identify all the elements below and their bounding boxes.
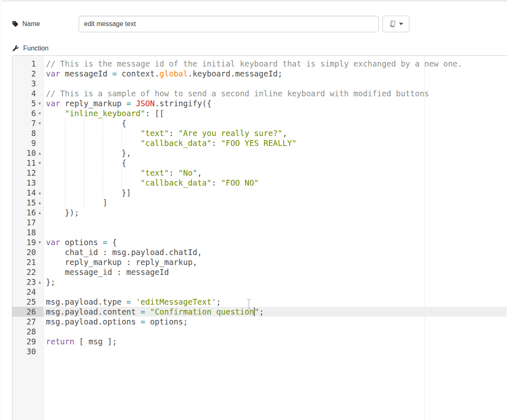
fold-up-icon[interactable]: ▴ — [37, 277, 43, 287]
code-line[interactable]: // This is the message id of the initial… — [44, 59, 507, 69]
name-input[interactable] — [79, 16, 379, 32]
code-area[interactable]: // This is the message id of the initial… — [44, 56, 507, 420]
code-token: " — [254, 307, 259, 316]
code-token: 'editMessageText' — [136, 297, 216, 306]
code-line[interactable]: }] — [44, 188, 507, 198]
code-token: }, — [46, 148, 131, 158]
gutter-line-number: 26 — [12, 307, 43, 317]
code-token — [46, 109, 65, 118]
code-line[interactable]: chat_id : msg.payload.chatId, — [44, 247, 507, 257]
code-token: chat_id : msg.payload.chatId, — [46, 248, 202, 257]
gutter-line-number: 27 — [12, 317, 43, 327]
code-token: "Confirmation question — [150, 307, 254, 316]
indent-guide — [103, 158, 103, 168]
gutter-line-number: 8 — [12, 128, 43, 138]
code-token: global — [160, 69, 188, 78]
code-line[interactable]: "text": "Are you really sure?", — [44, 128, 507, 138]
fold-up-icon[interactable]: ▴ — [37, 208, 43, 217]
code-line[interactable]: msg.payload.content = "Confirmation ques… — [44, 307, 507, 317]
code-line[interactable]: "callback_data": "FOO YES REALLY" — [44, 138, 507, 148]
gutter-line-number: 7▾ — [12, 118, 43, 128]
code-line[interactable]: ] — [44, 198, 507, 208]
indent-guide — [103, 178, 103, 188]
code-token: var — [46, 99, 60, 108]
code-token: reply_markup : reply_markup, — [46, 258, 197, 267]
code-token: ; — [259, 307, 264, 316]
indent-guide — [65, 188, 65, 198]
code-token — [46, 138, 141, 148]
code-token: messageId — [60, 69, 112, 78]
code-line[interactable] — [44, 287, 507, 297]
name-label: Name — [12, 16, 40, 32]
function-node-edit-panel: Name Function // This is the message id … — [0, 0, 507, 420]
code-token: .stringify({ — [155, 99, 211, 108]
line-number-gutter: 12345▾6▾7▾8910▴11▾121314▴15▴16▴171819▾20… — [12, 56, 44, 420]
code-line[interactable] — [44, 217, 507, 227]
code-line[interactable]: // This is a sample of how to send a sec… — [44, 88, 507, 98]
code-line[interactable] — [44, 346, 507, 356]
code-line[interactable] — [44, 79, 507, 88]
fold-down-icon[interactable]: ▾ — [37, 237, 43, 247]
indent-guide — [122, 138, 122, 148]
code-line[interactable]: return [ msg ]; — [44, 336, 507, 346]
code-line[interactable]: msg.payload.type = 'editMessageText'; — [44, 297, 507, 307]
panel-left-edge — [1, 1, 2, 420]
fold-down-icon[interactable]: ▾ — [37, 108, 43, 118]
fold-up-icon[interactable]: ▴ — [37, 148, 43, 158]
code-line[interactable]: var reply_markup = JSON.stringify({ — [44, 98, 507, 108]
code-line[interactable] — [44, 327, 507, 336]
code-token: = — [103, 238, 107, 247]
code-token — [131, 297, 136, 306]
code-line[interactable]: reply_markup : reply_markup, — [44, 257, 507, 267]
gutter-line-number: 15▴ — [12, 198, 43, 208]
indent-guide — [103, 168, 103, 178]
code-line[interactable]: message_id : messageId — [44, 267, 507, 277]
code-line[interactable]: "inline_keyboard": [[ — [44, 108, 507, 118]
gutter-line-number: 19▾ — [12, 237, 43, 247]
code-line[interactable]: "text": "No", — [44, 168, 507, 178]
code-token — [46, 129, 141, 138]
indent-guide — [84, 148, 84, 158]
name-label-text: Name — [22, 20, 40, 28]
code-line[interactable]: { — [44, 118, 507, 128]
gutter-line-number: 23▴ — [12, 277, 43, 287]
code-token: = — [126, 297, 131, 306]
code-line[interactable]: "callback_data": "FOO NO" — [44, 178, 507, 188]
code-token: : — [169, 168, 178, 177]
gutter-line-number: 30 — [12, 346, 43, 356]
code-token: var — [46, 69, 60, 78]
code-line[interactable]: var options = { — [44, 237, 507, 247]
code-token — [131, 99, 136, 108]
code-line[interactable]: var messageId = context.global.keyboard.… — [44, 69, 507, 79]
code-token: }; — [46, 277, 55, 286]
fold-up-icon[interactable]: ▴ — [37, 198, 43, 208]
code-token: "text" — [141, 168, 169, 177]
code-token: , — [197, 168, 202, 177]
code-token — [46, 168, 141, 177]
library-button[interactable] — [383, 16, 409, 32]
fold-down-icon[interactable]: ▾ — [37, 98, 43, 108]
code-line[interactable]: }); — [44, 208, 507, 217]
indent-guide — [65, 128, 65, 138]
gutter-line-number: 9 — [12, 138, 43, 148]
caret-down-icon — [399, 23, 403, 25]
code-line[interactable]: msg.payload.options = options; — [44, 317, 507, 327]
gutter-line-number: 3 — [12, 79, 43, 88]
indent-guide — [103, 138, 103, 148]
gutter-line-number: 29 — [12, 336, 43, 346]
code-token: { — [108, 238, 117, 247]
function-label-text: Function — [23, 45, 48, 52]
code-line[interactable]: }; — [44, 277, 507, 287]
function-code-editor[interactable]: // This is the message id of the initial… — [12, 55, 507, 420]
code-line[interactable]: { — [44, 158, 507, 168]
gutter-line-number: 20 — [12, 247, 43, 257]
fold-up-icon[interactable]: ▴ — [37, 188, 43, 198]
fold-down-icon[interactable]: ▾ — [37, 158, 43, 168]
indent-guide — [84, 128, 84, 138]
indent-guide — [103, 118, 103, 128]
code-token: "text" — [141, 129, 169, 138]
fold-down-icon[interactable]: ▾ — [37, 118, 43, 128]
indent-guide — [84, 178, 84, 188]
code-line[interactable] — [44, 227, 507, 237]
code-line[interactable]: }, — [44, 148, 507, 158]
